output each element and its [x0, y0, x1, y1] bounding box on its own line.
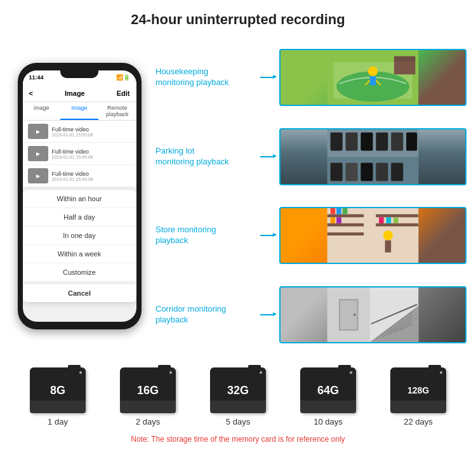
- dropdown-item-half-day[interactable]: Half a day: [23, 208, 136, 227]
- svg-rect-33: [331, 218, 336, 224]
- svg-rect-28: [376, 215, 418, 218]
- phone-tabs: image Image Remote playback: [23, 102, 136, 121]
- storage-card-8g: 8G 1 day: [30, 367, 86, 426]
- storage-card-16g: 16G 2 days: [120, 367, 176, 426]
- svg-rect-26: [327, 223, 364, 227]
- right-section: Housekeepingmonitoring playback: [155, 34, 466, 358]
- svg-rect-4: [370, 76, 376, 85]
- arrow-connector: [260, 156, 273, 157]
- monitoring-label-corridor: Corridor monitoringplayback: [155, 304, 254, 326]
- list-item[interactable]: ▶ Full-time video 2019-01-01 15:45:08: [23, 143, 136, 165]
- svg-rect-39: [393, 218, 399, 224]
- monitoring-image-housekeeping: [279, 49, 466, 106]
- phone-back-button[interactable]: <: [29, 89, 33, 97]
- monitoring-row-parking: Parking lotmonitoring playback: [155, 128, 466, 185]
- svg-rect-16: [391, 133, 403, 151]
- svg-rect-13: [346, 133, 358, 151]
- list-thumb: ▶: [28, 146, 48, 161]
- svg-rect-37: [379, 218, 384, 224]
- monitoring-label-store: Store monitoringplayback: [155, 225, 254, 246]
- storage-cards: 8G 1 day 16G 2 days 32G 5 days 64G 10 da…: [13, 367, 463, 426]
- sd-card-16g: 16G: [120, 367, 176, 413]
- svg-rect-18: [331, 162, 343, 181]
- phone-icons: 📶🔋: [116, 74, 130, 81]
- svg-point-51: [354, 314, 356, 316]
- phone-section: 11:44 📶🔋 < Image Edit image Image Remote…: [10, 34, 149, 358]
- list-info: Full-time video 2019-01-01 15:45:08: [52, 149, 131, 159]
- tab-image[interactable]: image: [23, 102, 61, 120]
- dropdown-item-within-hour[interactable]: Within an hour: [23, 190, 136, 208]
- svg-rect-14: [360, 133, 373, 151]
- tab-remote-playback[interactable]: Remote playback: [98, 102, 136, 120]
- monitoring-row-housekeeping: Housekeepingmonitoring playback: [155, 49, 466, 106]
- monitoring-label-housekeeping: Housekeepingmonitoring playback: [155, 67, 254, 88]
- svg-point-35: [383, 231, 393, 241]
- svg-rect-34: [336, 218, 341, 224]
- storage-days-8g: 1 day: [48, 417, 68, 426]
- svg-rect-32: [343, 208, 348, 215]
- sd-capacity-128g: 128G: [407, 385, 429, 395]
- sd-dot: [350, 371, 352, 374]
- monitoring-image-parking: [279, 128, 466, 185]
- svg-rect-36: [385, 241, 392, 253]
- sd-capacity-64g: 64G: [317, 384, 339, 397]
- svg-rect-12: [331, 133, 343, 151]
- dropdown-item-customize[interactable]: Customize: [23, 263, 136, 282]
- list-title: Full-time video: [52, 126, 131, 133]
- svg-rect-15: [376, 133, 388, 151]
- dropdown-cancel-button[interactable]: Cancel: [23, 282, 136, 302]
- list-item[interactable]: ▶ Full-time video 2019-01-01 15:40:08: [23, 165, 136, 187]
- svg-rect-20: [360, 162, 373, 181]
- dropdown-item-week[interactable]: Within a week: [23, 245, 136, 263]
- phone-nav-bar: < Image Edit: [23, 84, 136, 102]
- svg-rect-25: [327, 215, 364, 218]
- monitoring-label-parking: Parking lotmonitoring playback: [155, 146, 254, 168]
- svg-rect-7: [394, 60, 415, 75]
- monitoring-row-corridor: Corridor monitoringplayback: [155, 286, 466, 343]
- list-thumb: ▶: [28, 124, 48, 139]
- svg-rect-27: [327, 232, 364, 235]
- sd-card-8g: 8G: [30, 367, 86, 413]
- sd-dot: [79, 371, 82, 374]
- sd-card-32g: 32G: [210, 367, 266, 413]
- list-time: 2019-01-01 15:50:08: [52, 133, 131, 137]
- phone-time: 11:44: [29, 74, 44, 81]
- phone-device: 11:44 📶🔋 < Image Edit image Image Remote…: [18, 63, 142, 329]
- storage-days-64g: 10 days: [314, 417, 343, 426]
- svg-rect-30: [331, 208, 336, 215]
- storage-card-32g: 32G 5 days: [210, 367, 266, 426]
- sd-capacity-8g: 8G: [50, 384, 65, 397]
- page-title: 24-hour uninterrupted recording: [0, 0, 476, 34]
- storage-days-32g: 5 days: [226, 417, 250, 426]
- svg-rect-8: [394, 56, 415, 62]
- list-thumb: ▶: [28, 168, 48, 183]
- storage-card-128g: 128G 22 days: [390, 367, 446, 426]
- svg-rect-17: [406, 133, 417, 151]
- list-time: 2019-01-01 15:40:08: [52, 177, 131, 182]
- svg-rect-31: [336, 208, 341, 215]
- storage-days-16g: 2 days: [136, 417, 160, 426]
- sd-card-128g: 128G: [390, 367, 446, 413]
- list-info: Full-time video 2019-01-01 15:40:08: [52, 171, 131, 182]
- dropdown-item-one-day[interactable]: In one day: [23, 227, 136, 245]
- monitoring-image-corridor: [279, 286, 466, 343]
- svg-point-3: [368, 67, 378, 76]
- storage-section: 8G 1 day 16G 2 days 32G 5 days 64G 10 da…: [0, 358, 476, 453]
- storage-card-64g: 64G 10 days: [300, 367, 356, 426]
- monitoring-row-store: Store monitoringplayback: [155, 207, 466, 264]
- storage-days-128g: 22 days: [404, 417, 433, 426]
- svg-rect-21: [376, 162, 388, 181]
- main-content: 11:44 📶🔋 < Image Edit image Image Remote…: [0, 34, 476, 358]
- list-title: Full-time video: [52, 171, 131, 177]
- svg-rect-22: [391, 162, 403, 181]
- sd-dot: [260, 371, 262, 374]
- sd-dot: [169, 371, 172, 374]
- arrow-connector: [260, 77, 273, 78]
- list-item[interactable]: ▶ Full-time video 2019-01-01 15:50:08: [23, 121, 136, 143]
- phone-list: ▶ Full-time video 2019-01-01 15:50:08 ▶ …: [23, 121, 136, 187]
- phone-edit-button[interactable]: Edit: [117, 89, 130, 97]
- storage-note: Note: The storage time of the memory car…: [13, 432, 463, 447]
- phone-dropdown: Within an hour Half a day In one day Wit…: [23, 190, 136, 302]
- phone-nav-title: Image: [65, 89, 85, 97]
- tab-image-active[interactable]: Image: [60, 102, 98, 120]
